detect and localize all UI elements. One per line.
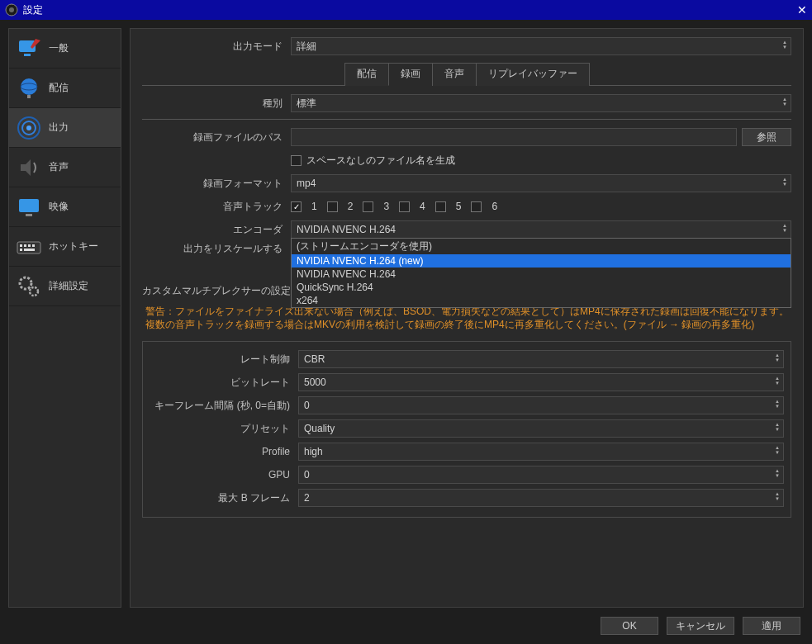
- svg-point-19: [20, 277, 31, 289]
- browse-button[interactable]: 参照: [742, 128, 791, 146]
- content-panel: 出力モード 詳細 ▲▼ 配信 録画 音声 リプレイバッファー 種別 標準 ▲▼: [130, 28, 804, 608]
- encoder-option-use-stream[interactable]: (ストリームエンコーダを使用): [292, 239, 791, 254]
- output-mode-select[interactable]: 詳細 ▲▼: [291, 37, 791, 55]
- svg-rect-10: [19, 199, 39, 212]
- tracks-group: 1 2 3 4 5 6: [291, 201, 791, 212]
- format-select[interactable]: mp4 ▲▼: [291, 174, 791, 192]
- output-tabs: 配信 録画 音声 リプレイバッファー: [142, 62, 791, 86]
- updown-icon: ▲▼: [782, 40, 787, 50]
- tab-recording[interactable]: 録画: [388, 63, 433, 86]
- track-2-checkbox[interactable]: [327, 201, 338, 212]
- svg-rect-6: [27, 95, 31, 98]
- encoder-option-nvenc-new[interactable]: NVIDIA NVENC H.264 (new): [292, 254, 791, 268]
- track-4-checkbox[interactable]: [399, 201, 410, 212]
- dialog-footer: OK キャンセル 適用: [0, 608, 812, 644]
- sidebar-item-hotkeys[interactable]: ホットキー: [9, 227, 121, 267]
- path-input[interactable]: [291, 128, 737, 146]
- bitrate-value: 5000: [304, 376, 326, 388]
- updown-icon: ▲▼: [775, 353, 780, 362]
- svg-rect-17: [20, 249, 22, 251]
- no-space-checkbox[interactable]: [291, 155, 302, 166]
- track-1-checkbox[interactable]: [291, 201, 302, 212]
- encoder-option-nvenc[interactable]: NVIDIA NVENC H.264: [292, 268, 791, 281]
- sidebar-item-video[interactable]: 映像: [9, 187, 121, 227]
- tab-streaming[interactable]: 配信: [344, 63, 389, 86]
- keyframe-value: 0: [304, 400, 310, 411]
- monitor-icon: [16, 194, 42, 220]
- profile-value: high: [304, 446, 323, 457]
- track-6-checkbox[interactable]: [471, 201, 482, 212]
- output-mode-value: 詳細: [297, 40, 316, 54]
- no-space-label: スペースなしのファイル名を生成: [306, 154, 455, 168]
- rate-control-select[interactable]: CBR ▲▼: [298, 350, 784, 368]
- encoder-option-x264[interactable]: x264: [292, 294, 791, 307]
- obs-logo-icon: [5, 3, 18, 17]
- svg-point-7: [26, 125, 31, 130]
- close-button[interactable]: ✕: [797, 3, 807, 17]
- path-label: 録画ファイルのパス: [142, 130, 291, 144]
- encoder-dropdown-list: (ストリームエンコーダを使用) NVIDIA NVENC H.264 (new)…: [291, 238, 791, 308]
- divider: [142, 119, 791, 120]
- rate-control-label: レート制御: [150, 353, 298, 367]
- profile-select[interactable]: high ▲▼: [298, 443, 784, 461]
- updown-icon: ▲▼: [782, 177, 787, 187]
- sidebar-item-label: 詳細設定: [49, 279, 88, 293]
- bframes-input[interactable]: 2 ▲▼: [298, 489, 784, 507]
- sidebar-item-advanced[interactable]: 詳細設定: [9, 267, 121, 306]
- tracks-label: 音声トラック: [142, 200, 291, 214]
- apply-button[interactable]: 適用: [743, 617, 800, 635]
- gpu-input[interactable]: 0 ▲▼: [298, 466, 784, 484]
- speaker-icon: [16, 154, 42, 181]
- track-3-label: 3: [383, 201, 389, 212]
- bitrate-input[interactable]: 5000 ▲▼: [298, 373, 784, 391]
- sidebar-item-label: 出力: [49, 121, 69, 135]
- preset-select[interactable]: Quality ▲▼: [298, 419, 784, 438]
- type-select[interactable]: 標準 ▲▼: [291, 94, 791, 112]
- track-5-checkbox[interactable]: [435, 201, 446, 212]
- monitor-tools-icon: [16, 36, 42, 62]
- sidebar-item-label: 音声: [49, 160, 69, 174]
- gpu-label: GPU: [150, 469, 298, 481]
- sidebar-item-label: ホットキー: [49, 239, 98, 253]
- track-4-label: 4: [420, 201, 425, 212]
- sidebar-item-audio[interactable]: 音声: [9, 148, 121, 187]
- preset-value: Quality: [304, 423, 335, 434]
- track-6-label: 6: [491, 201, 497, 212]
- svg-rect-15: [28, 244, 31, 247]
- sidebar-item-output[interactable]: 出力: [9, 108, 121, 148]
- format-value: mp4: [297, 178, 316, 189]
- ok-button[interactable]: OK: [601, 617, 658, 635]
- window-title: 設定: [23, 3, 43, 17]
- updown-icon: ▲▼: [775, 491, 780, 501]
- encoder-option-quicksync[interactable]: QuickSync H.264: [292, 281, 791, 294]
- keyboard-icon: [16, 234, 42, 260]
- encoder-settings-group: レート制御 CBR ▲▼ ビットレート 5000 ▲▼: [142, 341, 791, 518]
- updown-icon: ▲▼: [775, 445, 780, 455]
- output-mode-label: 出力モード: [142, 40, 291, 54]
- track-2-label: 2: [348, 201, 354, 212]
- globe-network-icon: [16, 75, 42, 102]
- svg-rect-3: [24, 54, 31, 56]
- svg-rect-12: [17, 242, 40, 253]
- track-5-label: 5: [456, 201, 462, 212]
- updown-icon: ▲▼: [775, 376, 780, 386]
- svg-point-1: [9, 7, 14, 12]
- svg-rect-18: [24, 249, 35, 251]
- tab-audio[interactable]: 音声: [432, 63, 477, 86]
- encoder-value: NVIDIA NVENC H.264: [297, 224, 396, 235]
- encoder-select[interactable]: NVIDIA NVENC H.264 ▲▼: [291, 220, 791, 239]
- sidebar-item-general[interactable]: 一般: [9, 29, 121, 69]
- cancel-button[interactable]: キャンセル: [667, 617, 734, 635]
- svg-rect-16: [32, 244, 35, 247]
- track-3-checkbox[interactable]: [363, 201, 373, 212]
- rescale-label: 出力をリスケールする: [142, 239, 291, 256]
- sidebar-item-stream[interactable]: 配信: [9, 69, 121, 108]
- tab-replay-buffer[interactable]: リプレイバッファー: [476, 63, 590, 86]
- updown-icon: ▲▼: [775, 422, 780, 432]
- svg-point-4: [21, 78, 37, 95]
- svg-rect-13: [20, 244, 22, 247]
- titlebar: 設定 ✕: [0, 0, 812, 20]
- bframes-label: 最大 B フレーム: [150, 491, 298, 505]
- keyframe-input[interactable]: 0 ▲▼: [298, 396, 784, 414]
- updown-icon: ▲▼: [782, 97, 787, 107]
